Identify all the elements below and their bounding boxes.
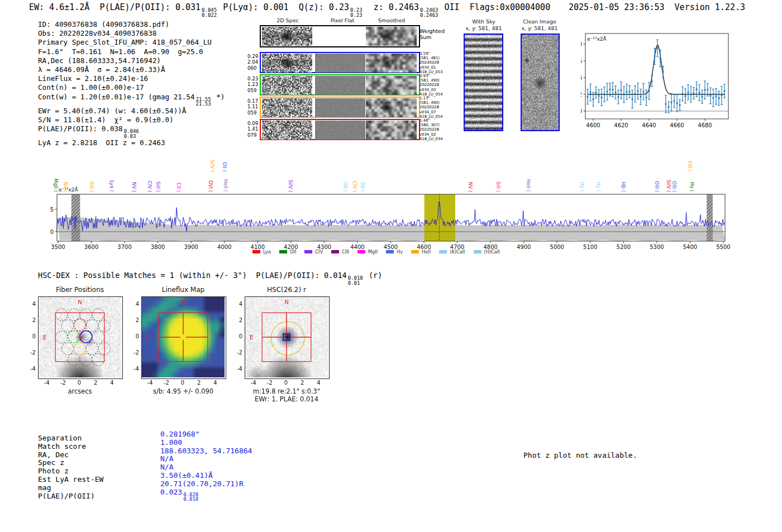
fiber-circle: [80, 309, 92, 321]
emission-line-marker-label: CIV (: [147, 181, 152, 193]
flux-point: [593, 98, 594, 100]
cutout-left-label: 059: [247, 110, 258, 116]
emission-line-marker-label: HeII (: [223, 179, 228, 192]
cutout-left-label: 0.17: [247, 98, 258, 104]
text-part: EWr = 5.40(±0.74) (w: 4.60(±0.54))Å: [38, 107, 186, 115]
gaussian-fit-line: [588, 45, 725, 94]
emission-line-marker-nv: NV (: [131, 150, 138, 192]
legend-swatch: [386, 250, 394, 253]
with-sky-coords: x, y: 581, 481: [459, 25, 509, 32]
flux-point: [612, 89, 614, 90]
flux-point: [640, 96, 642, 98]
flux-point: [590, 92, 592, 93]
cutout-right-label: 20220228: [419, 83, 443, 87]
match-table-label: RA, Dec: [38, 450, 69, 459]
flux-point: [637, 90, 639, 92]
hsc-image-panel: NE: [245, 296, 330, 379]
panel-x-tick: 0: [73, 380, 85, 386]
text-part: Cont(n) = 1.00(±0.00)e-17: [38, 83, 144, 92]
flux-point: [595, 92, 597, 94]
legend-swatch: [411, 250, 419, 253]
emission-line-marker-label: OVI (: [208, 180, 213, 192]
hsc-image-title: HSC(26.2) r: [245, 286, 328, 294]
emission-line-marker-hγ: Hγ (: [578, 150, 585, 192]
uncertainty-fraction: 0.0450.022: [201, 8, 218, 17]
match-table-value-text: 1.000: [160, 438, 182, 447]
cutout-left-label: 059: [247, 88, 258, 93]
fiber-circle: [55, 309, 68, 321]
cutout-right-label: 20220228: [419, 127, 443, 132]
match-table-value: 3.50(±0.41)Å: [160, 471, 213, 480]
header-timestamp-version: 2025-01-05 23:36:53 Version 1.22.3: [569, 2, 745, 12]
flux-point: [674, 100, 675, 102]
emission-line-marker-label: CII (: [176, 183, 182, 192]
cutout-pixelflat-row2: [315, 76, 365, 95]
emission-line-marker-label: Lyα (: [109, 180, 115, 192]
lineflux-map-panel: NE: [141, 296, 226, 379]
y-tick-label: 0: [50, 229, 54, 235]
legend-label: MgII: [368, 249, 378, 255]
legend-swatch: [279, 250, 287, 253]
detection-info-block: ID: 4090376838 (4090376838.pdf)Obs: 2022…: [38, 20, 225, 148]
cutout-row-fiber-3: [260, 97, 420, 118]
flux-point: [721, 95, 723, 97]
compass-north-label: N: [181, 299, 185, 305]
legend-label: Lyα: [263, 249, 271, 255]
flux-point: [676, 102, 678, 104]
flux-point: [654, 56, 656, 57]
panel-x-tick: 0: [177, 380, 189, 386]
fraction-lower: 0.2463: [420, 13, 438, 18]
text-part: LineFlux = 2.10(±0.24)e-16: [38, 74, 148, 83]
text-part: P(Lyα): 0.001 Q(z): 0.23: [218, 2, 349, 12]
cutout-left-labels-row2: 0.231.23059: [247, 76, 258, 93]
lineflux-map-title: Lineflux Map: [141, 286, 225, 294]
weighted-sum-label: Weighted Sum: [419, 28, 445, 40]
emission-line-marker-cii: CII (: [175, 150, 182, 192]
cutout-right-label: 418_LU_034: [419, 137, 443, 141]
text-part: λ = 4646.09Å σ = 2.84(±0.33)Å: [38, 65, 165, 74]
hsc-caption2: EWr: 1. PLAE: 0.014: [239, 395, 334, 403]
emission-line-marker-label: OIII (: [671, 181, 677, 192]
match-table-value: 188.603323, 54.716864: [160, 447, 252, 455]
y-tick-label: 0: [581, 108, 582, 114]
hsc-caption: m:19.8 re:2.1" s:0.3": [239, 387, 334, 395]
cutout-right-label: (580, 307): [419, 123, 443, 127]
flux-point: [671, 102, 673, 103]
legend-label: (H)CaII: [484, 249, 500, 255]
legend-label: OII: [290, 249, 296, 255]
fiber-circle: [61, 320, 74, 332]
emission-line-marker-label: NV (: [131, 182, 137, 192]
match-table-label: Photo z: [38, 467, 69, 475]
x-tick-label: 4600: [586, 122, 600, 128]
panel-x-tick: -2: [57, 380, 69, 386]
emission-line-marker-label: MgII (: [53, 179, 59, 192]
fiber-circle: [80, 353, 92, 366]
match-table-label: Separation: [38, 434, 82, 442]
flux-point: [643, 91, 645, 93]
flux-point: [646, 97, 647, 99]
flux-point: [604, 94, 605, 95]
emission-line-marker-siii: SiII (: [495, 150, 502, 192]
line-zoom-plot: 4600462046404660468002468e⁻¹⁷x2Å: [581, 22, 754, 131]
uncertainty-fraction: 0.0180.01: [347, 276, 364, 285]
panel-y-tick: 0: [23, 333, 36, 339]
x-tick-label: 5000: [550, 244, 564, 250]
cutout-row-fiber-1: [260, 52, 420, 73]
flux-point: [660, 57, 661, 59]
fiber-circle-blue: [80, 330, 92, 343]
cutout-left-label: 1.23: [247, 82, 258, 87]
panel-y-tick: 2: [230, 317, 242, 323]
text-part: RA,Dec (188.603333,54.716942): [38, 56, 161, 65]
match-table-value-text: 3.50(±0.41)Å: [160, 471, 213, 480]
cutout-2dspec-weighted: [262, 27, 312, 46]
text-part: z: 0.2463: [364, 2, 419, 12]
cutout-2dspec-row1: [262, 54, 312, 73]
match-table-value-text: N/A: [160, 463, 173, 471]
legend-label: CIII: [342, 249, 349, 255]
emission-line-marker-label: SiII (: [155, 181, 161, 192]
cutout-right-label: v034_02: [419, 132, 443, 137]
flux-point: [718, 98, 720, 99]
flux-point: [657, 47, 659, 49]
fiber-circle: [92, 331, 104, 343]
fraction-lower: 0.018: [183, 497, 198, 502]
